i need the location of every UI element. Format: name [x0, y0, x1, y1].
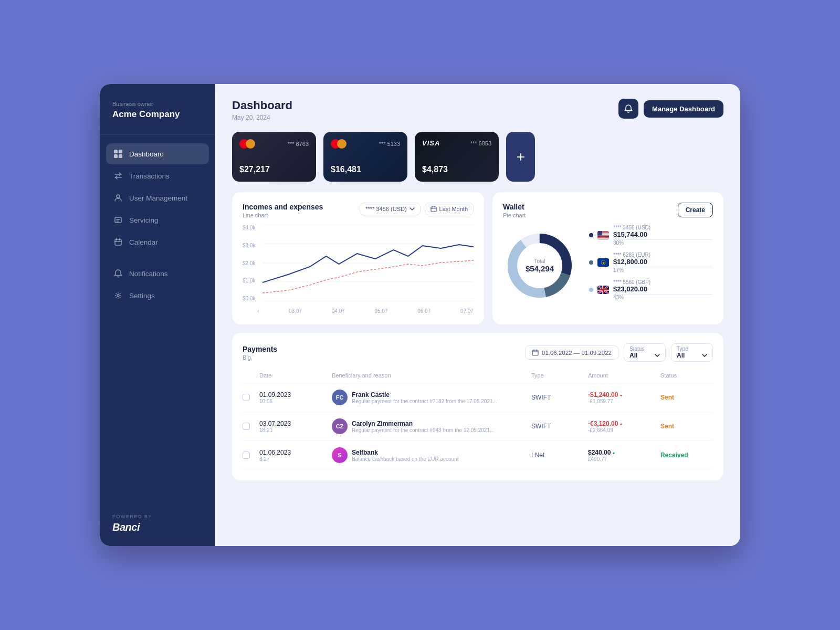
payments-title: Payments: [243, 345, 277, 353]
account-selector[interactable]: **** 3456 (USD): [360, 203, 420, 215]
card-3[interactable]: VISA *** 6853 $4,873: [415, 132, 499, 182]
servicing-icon: [113, 215, 123, 225]
chart-x-labels: ‹ 03.07 04.07 05.07 06.07 07.07: [262, 308, 474, 314]
payment-date-2: 03.07.2023 18:21: [259, 420, 328, 433]
calendar-icon: [532, 349, 539, 356]
add-card-button[interactable]: [506, 132, 535, 182]
payment-row-checkbox-3[interactable]: [243, 452, 250, 459]
period-selector-value: Last Month: [439, 206, 468, 212]
card-2[interactable]: *** 5133 $16,481: [323, 132, 407, 182]
flag-eu: ★: [597, 258, 609, 267]
legend-dot-usd: [589, 233, 593, 237]
visa-logo: VISA: [422, 139, 440, 147]
payment-amount-2: -€3,120.00 ● -£2,664.09: [588, 420, 656, 433]
sidebar-item-servicing[interactable]: Servicing: [106, 209, 209, 230]
col-amount: Amount: [588, 372, 656, 379]
sidebar-nav: Dashboard Transactions User Managem: [100, 143, 215, 514]
date-range-filter[interactable]: 01.06.2022 — 01.09.2022: [525, 345, 618, 360]
payment-row: 01.06.2023 8:27 S Selfbank Balance cashb…: [243, 441, 713, 470]
sidebar-item-calendar[interactable]: Calendar: [106, 232, 209, 253]
wallet-subtitle: Pie chart: [503, 212, 526, 218]
payments-header: Payments Big 01.06.2022 — 01.09.2022 Sta…: [243, 343, 713, 362]
svg-rect-0: [114, 150, 118, 153]
user-management-icon: [113, 193, 123, 203]
period-selector[interactable]: Last Month: [425, 203, 474, 215]
col-beneficiary: Beneficiary and reason: [332, 372, 527, 379]
sidebar-item-user-management-label: User Management: [129, 194, 187, 202]
card-2-number: *** 5133: [379, 141, 400, 147]
legend-item-eur: ★ **** 6283 (EUR) $12,800.00 17%: [589, 252, 713, 273]
payment-date-1: 01.09.2023 10:06: [259, 391, 328, 404]
payment-row: 01.09.2023 10:06 FC Frank Castle Regular…: [243, 383, 713, 412]
card-3-number: *** 6853: [470, 140, 491, 146]
payment-row-checkbox-2[interactable]: [243, 423, 250, 430]
svg-rect-22: [597, 237, 609, 237]
payment-row-checkbox-1[interactable]: [243, 394, 250, 401]
payment-amount-3: $240.00 ● £490.77: [588, 449, 656, 462]
notifications-button[interactable]: [618, 99, 638, 119]
payment-type-2: SWIFT: [531, 423, 584, 430]
avatar-carolyn: CZ: [332, 418, 348, 434]
card-1[interactable]: *** 8763 $27,217: [232, 132, 316, 182]
donut-chart: Total $54,294: [503, 229, 576, 302]
sidebar-item-notifications-label: Notifications: [129, 270, 168, 278]
payment-status-2: Sent: [660, 423, 713, 430]
status-filter-value: All: [629, 352, 660, 359]
sidebar-item-notifications[interactable]: Notifications: [106, 263, 209, 284]
transactions-icon: [113, 171, 123, 181]
type-filter-value: All: [677, 352, 707, 359]
sidebar-item-calendar-label: Calendar: [129, 238, 158, 246]
cards-row: *** 8763 $27,217 *** 5133 $16,481 VISA: [232, 132, 723, 182]
wallet-donut-section: Total $54,294: [503, 225, 713, 307]
payments-table-header: Date Beneficiary and reason Type Amount …: [243, 370, 713, 383]
main-content: Dashboard May 20, 2024 Manage Dashboard: [215, 84, 740, 546]
payments-filters: 01.06.2022 — 01.09.2022 Status All Type …: [525, 343, 713, 362]
payment-beneficiary-2: CZ Carolyn Zimmerman Regular payment for…: [332, 418, 527, 434]
svg-rect-5: [115, 217, 121, 223]
payment-status-3: Received: [660, 452, 713, 459]
legend-item-usd: **** 3456 (USD) $15,744.00 30%: [589, 225, 713, 246]
col-type: Type: [531, 372, 584, 379]
manage-dashboard-button[interactable]: Manage Dashboard: [644, 100, 723, 118]
page-date: May 20, 2024: [232, 114, 292, 121]
page-title: Dashboard: [232, 99, 292, 112]
mastercard-logo-1: [239, 139, 255, 149]
settings-icon: [113, 291, 123, 300]
sidebar-footer: powered by Banci: [100, 514, 215, 533]
payment-amount-1: -$1,240.00 ● -£1,059.77: [588, 391, 656, 404]
status-filter[interactable]: Status All: [624, 343, 666, 362]
svg-point-4: [117, 195, 120, 198]
page-header: Dashboard May 20, 2024 Manage Dashboard: [232, 99, 723, 121]
create-wallet-button[interactable]: Create: [678, 203, 713, 217]
account-selector-value: **** 3456 (USD): [365, 206, 406, 212]
sidebar-item-servicing-label: Servicing: [129, 216, 159, 224]
legend-dot-gbp: [589, 288, 593, 292]
svg-rect-7: [431, 207, 436, 212]
col-date: Date: [259, 372, 328, 379]
sidebar-item-transactions[interactable]: Transactions: [106, 165, 209, 186]
sidebar-item-settings[interactable]: Settings: [106, 285, 209, 306]
date-range-value: 01.06.2022 — 01.09.2022: [542, 350, 612, 356]
svg-rect-1: [119, 150, 122, 153]
payment-type-3: LNet: [531, 452, 584, 459]
calendar-icon: [113, 237, 123, 247]
type-filter[interactable]: Type All: [671, 343, 713, 362]
brand-logo: Banci: [112, 521, 203, 533]
wallet-legend: **** 3456 (USD) $15,744.00 30%: [589, 225, 713, 307]
chart-svg-area: [262, 225, 474, 301]
svg-rect-3: [119, 154, 122, 158]
sidebar-item-user-management[interactable]: User Management: [106, 187, 209, 208]
card-2-amount: $16,481: [331, 165, 400, 174]
avatar-frank: FC: [332, 390, 348, 405]
payments-panel: Payments Big 01.06.2022 — 01.09.2022 Sta…: [232, 333, 723, 480]
svg-rect-24: [597, 231, 602, 236]
payment-date-3: 01.06.2023 8:27: [259, 449, 328, 462]
sidebar-item-dashboard[interactable]: Dashboard: [106, 143, 209, 164]
wallet-title: Wallet: [503, 203, 526, 211]
sidebar-item-transactions-label: Transactions: [129, 172, 170, 180]
legend-details-eur: **** 6283 (EUR) $12,800.00 17%: [613, 252, 713, 273]
income-chart-area: $4.0k $3.0k $2.0k $1.0k $0.0k: [243, 225, 474, 314]
legend-details-usd: **** 3456 (USD) $15,744.00 30%: [613, 225, 713, 246]
chart-y-labels: $4.0k $3.0k $2.0k $1.0k $0.0k: [243, 225, 262, 301]
sidebar-brand-name: Acme Company: [112, 109, 203, 120]
